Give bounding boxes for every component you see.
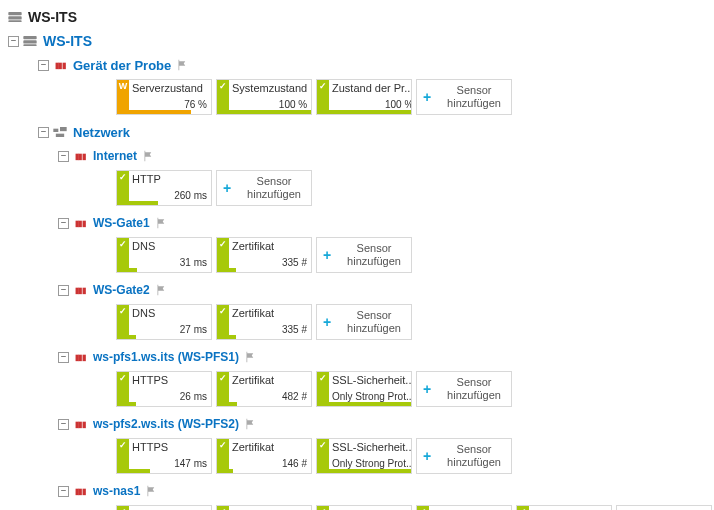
- sensor-row: ✓Synology Syste...48 °C ✓(002) eth0 Traf…: [8, 505, 714, 510]
- sensor-row: ✓HTTPS26 ms ✓Zertifikat482 # ✓SSL-Sicher…: [8, 371, 714, 407]
- add-sensor-button[interactable]: + Sensor hinzufügen: [416, 79, 512, 115]
- check-icon: ✓: [219, 440, 227, 450]
- sensor-systemzustand[interactable]: ✓ Systemzustand100 %: [216, 79, 312, 115]
- probe-label[interactable]: WS-ITS: [43, 33, 92, 49]
- check-icon: ✓: [119, 306, 127, 316]
- group-icon: [53, 126, 67, 138]
- sensor-phys2[interactable]: ✓Physical Disk: ...37 °C: [516, 505, 612, 510]
- device-icon: ▮▮▮: [53, 59, 67, 71]
- server-icon: [8, 11, 22, 23]
- sensor-https[interactable]: ✓HTTPS26 ms: [116, 371, 212, 407]
- sensor-row: ✓ HTTP260 ms +Sensor hinzufügen: [8, 170, 714, 206]
- sensor-row: ✓DNS27 ms ✓Zertifikat335 # +Sensor hinzu…: [8, 304, 714, 340]
- sensor-cert[interactable]: ✓Zertifikat146 #: [216, 438, 312, 474]
- sensor-diskfree[interactable]: ✓Disk Free: /vol...22 %: [316, 505, 412, 510]
- sensor-http[interactable]: ✓ HTTP260 ms: [116, 170, 212, 206]
- expand-toggle[interactable]: −: [58, 486, 69, 497]
- flag-icon[interactable]: [156, 284, 168, 296]
- device-ws-gate1[interactable]: WS-Gate1: [93, 216, 150, 230]
- device-icon: ▮▮▮: [73, 284, 87, 296]
- check-icon: ✓: [219, 373, 227, 383]
- check-icon: ✓: [319, 373, 327, 383]
- sensor-serverzustand[interactable]: W Serverzustand76 %: [116, 79, 212, 115]
- device-icon: ▮▮▮: [73, 150, 87, 162]
- expand-toggle[interactable]: −: [38, 127, 49, 138]
- sensor-phys1[interactable]: ✓Physical Disk: ...34 °C: [416, 505, 512, 510]
- plus-icon: +: [417, 439, 437, 473]
- check-icon: ✓: [319, 440, 327, 450]
- flag-icon[interactable]: [245, 351, 257, 363]
- expand-toggle[interactable]: −: [58, 151, 69, 162]
- device-ws-pfs2[interactable]: ws-pfs2.ws.its (WS-PFS2): [93, 417, 239, 431]
- device-icon: ▮▮▮: [73, 485, 87, 497]
- device-icon: ▮▮▮: [73, 351, 87, 363]
- sensor-row: ✓DNS31 ms ✓Zertifikat335 # +Sensor hinzu…: [8, 237, 714, 273]
- check-icon: ✓: [319, 81, 327, 91]
- add-sensor-button[interactable]: +Sensor hinzufügen: [316, 237, 412, 273]
- check-icon: ✓: [219, 306, 227, 316]
- sensor-cert[interactable]: ✓Zertifikat482 #: [216, 371, 312, 407]
- device-ws-gate2[interactable]: WS-Gate2: [93, 283, 150, 297]
- add-sensor-button[interactable]: +Sensor hinzufügen: [316, 304, 412, 340]
- check-icon: ✓: [219, 239, 227, 249]
- check-icon: ✓: [219, 81, 227, 91]
- sensor-ssl[interactable]: ✓SSL-Sicherheit...Only Strong Prot...: [316, 438, 412, 474]
- plus-icon: +: [317, 238, 337, 272]
- flag-icon[interactable]: [146, 485, 158, 497]
- flag-icon[interactable]: [245, 418, 257, 430]
- flag-icon[interactable]: [156, 217, 168, 229]
- sensor-dns[interactable]: ✓DNS27 ms: [116, 304, 212, 340]
- add-sensor-button[interactable]: +Sensor hinzufügen: [416, 438, 512, 474]
- root-label: WS-ITS: [28, 9, 77, 25]
- check-icon: ✓: [119, 239, 127, 249]
- add-sensor-button[interactable]: +Sensor hinzufügen: [616, 505, 712, 510]
- sensor-synology[interactable]: ✓Synology Syste...48 °C: [116, 505, 212, 510]
- add-sensor-button[interactable]: +Sensor hinzufügen: [216, 170, 312, 206]
- flag-icon[interactable]: [143, 150, 155, 162]
- device-ws-nas1[interactable]: ws-nas1: [93, 484, 140, 498]
- flag-icon[interactable]: [177, 59, 189, 71]
- warn-icon: W: [119, 81, 128, 91]
- expand-toggle[interactable]: −: [58, 419, 69, 430]
- sensor-dns[interactable]: ✓DNS31 ms: [116, 237, 212, 273]
- device-icon: ▮▮▮: [73, 217, 87, 229]
- device-ws-pfs1[interactable]: ws-pfs1.ws.its (WS-PFS1): [93, 350, 239, 364]
- probe-icon: [23, 35, 37, 47]
- sensor-eth0[interactable]: ✓(002) eth0 Traf...2,65 kbit/Sek.: [216, 505, 312, 510]
- plus-icon: +: [417, 372, 437, 406]
- expand-toggle[interactable]: −: [38, 60, 49, 71]
- check-icon: ✓: [119, 373, 127, 383]
- plus-icon: +: [417, 80, 437, 114]
- add-sensor-button[interactable]: +Sensor hinzufügen: [416, 371, 512, 407]
- expand-toggle[interactable]: −: [58, 218, 69, 229]
- plus-icon: +: [317, 305, 337, 339]
- expand-toggle[interactable]: −: [58, 285, 69, 296]
- expand-toggle[interactable]: −: [8, 36, 19, 47]
- check-icon: ✓: [119, 172, 127, 182]
- device-icon: ▮▮▮: [73, 418, 87, 430]
- network-group-label[interactable]: Netzwerk: [73, 125, 130, 140]
- expand-toggle[interactable]: −: [58, 352, 69, 363]
- check-icon: ✓: [119, 440, 127, 450]
- sensor-row: W Serverzustand76 % ✓ Systemzustand100 %…: [8, 79, 714, 115]
- plus-icon: +: [217, 171, 237, 205]
- plus-icon: +: [617, 506, 637, 510]
- sensor-https[interactable]: ✓HTTPS147 ms: [116, 438, 212, 474]
- sensor-row: ✓HTTPS147 ms ✓Zertifikat146 # ✓SSL-Siche…: [8, 438, 714, 474]
- device-of-probe-label[interactable]: Gerät der Probe: [73, 58, 171, 73]
- sensor-ssl[interactable]: ✓SSL-Sicherheit...Only Strong Prot...: [316, 371, 412, 407]
- sensor-cert[interactable]: ✓Zertifikat335 #: [216, 237, 312, 273]
- sensor-probe-state[interactable]: ✓ Zustand der Pr...100 %: [316, 79, 412, 115]
- sensor-cert[interactable]: ✓Zertifikat335 #: [216, 304, 312, 340]
- device-internet[interactable]: Internet: [93, 149, 137, 163]
